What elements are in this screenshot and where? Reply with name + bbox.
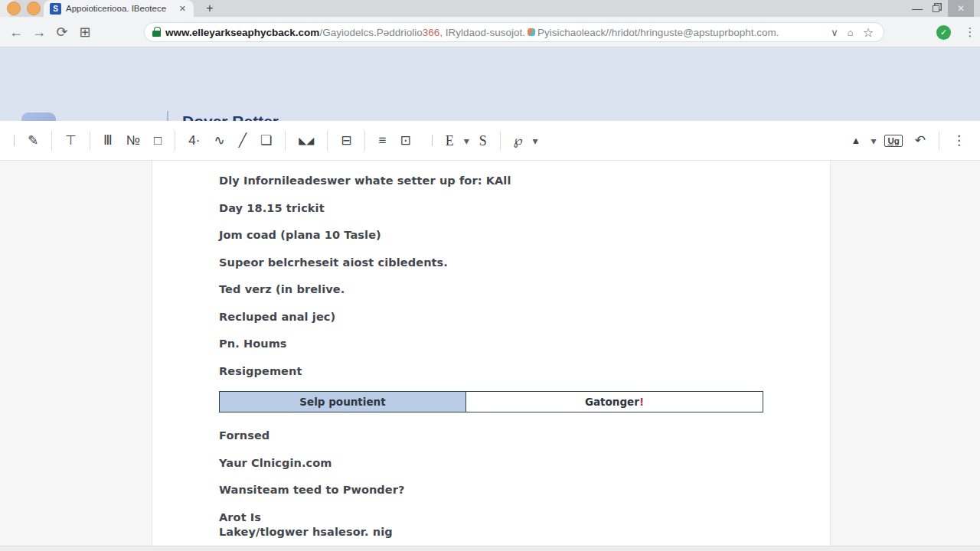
shape-icon[interactable]: □ <box>147 121 168 161</box>
url-path: Pyisichaoleack//hridot/hringuste@apstupr… <box>537 27 779 38</box>
doc-line[interactable]: Dly Infornileadeswer whate setter up for… <box>219 174 830 187</box>
url-highlight: 366 <box>423 27 440 38</box>
doc-line[interactable]: Jom coad (plana 10 Tasle) <box>219 228 830 242</box>
editor-toolbar: ✎ ⊤ Ⅲ № □ 4· ∿ ╱ ❏ ◣◢ ⊟ ≡ ⊡ E ▾ S ℘ ▾ ▲ … <box>0 121 980 161</box>
window-dot-icon[interactable] <box>7 2 21 15</box>
minimize-button[interactable]: — <box>908 0 926 17</box>
chevron-down-icon[interactable]: ∨ <box>828 27 841 38</box>
doc-footer-block[interactable]: Arot IsLakey/tlogwer hsalesor. nig <box>219 510 830 540</box>
tab-close-icon[interactable]: ✕ <box>178 4 188 14</box>
toolbar-separator <box>500 131 501 151</box>
display-icon[interactable]: ⊟ <box>334 121 358 161</box>
doc-line[interactable]: Wansiteam teed to Pwonder? <box>219 483 830 497</box>
table-cell-highlighted[interactable]: Selp pountient <box>220 392 466 412</box>
url-path: , IRyldaod-susojot. <box>439 27 525 38</box>
cell-text: Gatonger <box>585 396 639 408</box>
toolbar-edge-mark <box>14 135 15 146</box>
freehand-icon[interactable]: ∿ <box>207 121 231 161</box>
browser-tab[interactable]: S Appoioticeriooa. IBeotece ✕ <box>44 0 194 17</box>
restore-icon <box>933 5 939 12</box>
toolbar-separator <box>432 135 433 146</box>
new-tab-button[interactable]: + <box>201 0 219 17</box>
text-box-icon[interactable]: ⊤ <box>58 121 83 161</box>
toolbar-separator <box>285 131 286 151</box>
doc-table[interactable]: Selp pountient Gatonger! <box>219 391 763 412</box>
doc-line[interactable]: Yaur Clnicgin.com <box>219 456 830 470</box>
stamp-icon[interactable]: ◣◢ <box>292 121 321 161</box>
app-header: P Plysback Dover Retter. Eoon fal! a 11.… <box>0 47 980 121</box>
chevron-down-icon[interactable]: ▾ <box>461 121 472 161</box>
address-bar[interactable]: www.elleyarkseaphycback.com/Gayiodelcs.P… <box>144 22 884 42</box>
toolbar-separator <box>327 131 328 151</box>
url-domain: www.elleyarkseaphycback.com <box>165 27 319 38</box>
undo-icon[interactable]: ↶ <box>908 121 933 161</box>
page-border-icon[interactable]: Ug <box>884 135 902 147</box>
toolbar-separator <box>175 131 175 151</box>
doc-line[interactable]: Supeor belcrheseit aiost cibledents. <box>219 256 830 269</box>
page-copy-icon[interactable]: ❏ <box>253 121 279 161</box>
chevron-down-icon[interactable]: ▾ <box>867 121 879 161</box>
toolbar-right-group: ▲ ▾ Ug ↶ ⋮ <box>844 121 980 161</box>
toolbar-separator <box>90 131 90 151</box>
columns-icon[interactable]: Ⅲ <box>96 121 119 161</box>
browser-toolbar: ← → ⟳ ⊞ www.elleyarkseaphycback.com/Gayi… <box>0 17 980 47</box>
doc-line[interactable]: Day 18.15 trickit <box>219 201 830 215</box>
url-text[interactable]: www.elleyarkseaphycback.com/Gayiodelcs.P… <box>165 27 824 38</box>
line-tool-icon[interactable]: ╱ <box>232 121 253 161</box>
table-cell[interactable]: Gatonger! <box>466 392 763 412</box>
doc-line[interactable]: Recluped anal jec) <box>219 310 830 324</box>
toolbar-separator <box>939 131 939 151</box>
lock-icon[interactable] <box>152 31 161 37</box>
browser-menu-icon[interactable]: ⋮ <box>960 17 980 47</box>
bookmark-star-icon[interactable]: ☆ <box>861 25 876 40</box>
reader-mode-icon[interactable]: ⌂ <box>845 27 856 38</box>
forward-button[interactable]: → <box>29 17 49 47</box>
window-dot-icon[interactable] <box>27 2 41 15</box>
document-page[interactable]: Dly Infornileadeswer whate setter up for… <box>152 161 831 546</box>
align-justify-icon[interactable]: ≡ <box>371 121 393 161</box>
cell-red-mark: ! <box>639 396 644 408</box>
page-bottom-strip <box>0 546 980 551</box>
chevron-down-icon[interactable]: ▾ <box>530 121 541 161</box>
url-path: /Gayiodelcs.Pəddriolio <box>319 27 422 38</box>
pen-tool-icon[interactable]: ✎ <box>21 121 45 161</box>
url-inline-icon <box>528 28 535 36</box>
doc-line[interactable]: Ted verz (in brelive. <box>219 282 830 296</box>
toolbar-separator <box>364 131 365 151</box>
tab-title: Appoioticeriooa. IBeotece <box>66 4 173 13</box>
letter-e-icon[interactable]: E <box>439 121 461 161</box>
extension-icon[interactable]: ✓ <box>936 25 951 40</box>
close-button[interactable]: ✕ <box>948 0 974 17</box>
back-button[interactable]: ← <box>6 17 26 47</box>
install-app-button[interactable]: ⊞ <box>75 17 95 47</box>
collapse-arrow-icon[interactable]: ▲ <box>844 121 868 161</box>
doc-line[interactable]: Fornsed <box>219 429 830 442</box>
document-area: Dly Infornileadeswer whate setter up for… <box>0 161 980 551</box>
tab-bar: S Appoioticeriooa. IBeotece ✕ + — ✕ <box>0 0 980 17</box>
doc-line: Lakey/tlogwer hsalesor. nig <box>219 526 393 538</box>
letter-s-icon[interactable]: S <box>472 121 494 161</box>
table-row: Selp pountient Gatonger! <box>220 392 763 412</box>
signature-icon[interactable]: ℘ <box>507 121 530 161</box>
reload-button[interactable]: ⟳ <box>52 17 72 47</box>
numbering-icon[interactable]: № <box>119 121 147 161</box>
doc-line[interactable]: Pn. Houms <box>219 337 830 350</box>
curve-tool-icon[interactable]: 4· <box>181 121 207 161</box>
toolbar-separator <box>51 131 52 151</box>
tab-favicon-icon: S <box>50 3 61 15</box>
doc-line[interactable]: Resigpement <box>219 364 830 378</box>
doc-line: Arot Is <box>219 511 261 523</box>
restore-button[interactable] <box>926 0 945 17</box>
indent-icon[interactable]: ⊡ <box>393 121 417 161</box>
toolbar-menu-icon[interactable]: ⋮ <box>946 121 972 161</box>
